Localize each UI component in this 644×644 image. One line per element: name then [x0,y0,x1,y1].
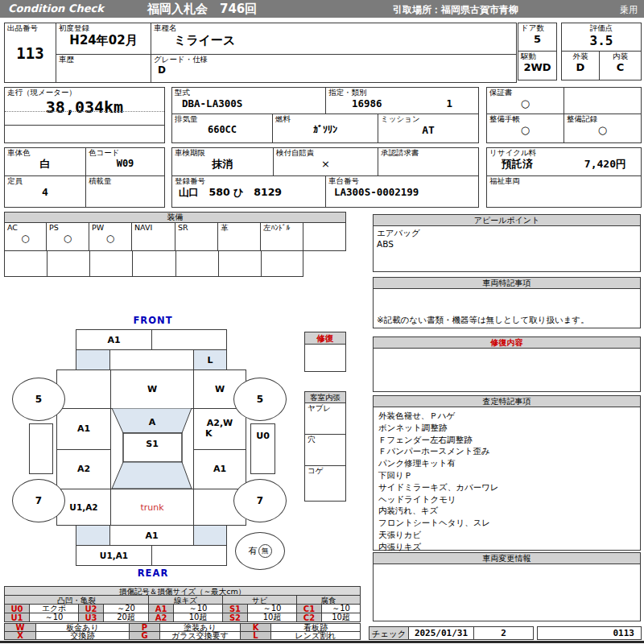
cabin-title: 客室内張 [304,391,346,403]
vehicle-notes-note: ※記載のない書類・機器等は無しとして取り扱います。 [377,315,589,326]
check-count: 2 [473,626,534,640]
rear-panel: A1 [109,525,194,546]
interior-grade-label: 内装 [600,52,641,61]
maintenance-record-mark: ○ [564,124,641,137]
equipment-label: PS [47,223,89,233]
pickup-location: 引取場所：福岡県古賀市青柳 [393,3,518,17]
assessment-line: ボンネット調整跡 [378,422,640,434]
model-name-label: 車種名 [151,23,516,33]
check-date: 2025/01/31 [408,626,474,640]
divider [5,111,164,112]
legend-mark-value: 交換跡 [35,631,130,640]
equipment-cell-lhd: 左ﾊﾝﾄﾞﾙ [260,222,303,251]
recycle-fee-cell: リサイクル料 預託済 7,420円 [486,147,642,176]
welfare-label: 福祉車両 [487,176,641,186]
equipment-label: 革 [218,223,260,233]
cabin-row-hole: 穴 [304,434,346,466]
rear-label: REAR [129,568,177,579]
divider [5,125,164,126]
change-info-title: 車両変更情報 [374,553,640,564]
cowl-left [76,349,110,370]
interior-grade-value: C [600,61,641,74]
legend-value: 10超 [321,613,361,622]
exterior-grade-label: 外装 [562,52,599,61]
recycle-amount: 7,420円 [584,158,626,171]
drive-cell: 駆動 2WD [518,51,557,80]
model-code-value: DBA-LA300S [172,97,325,109]
registration-number-cell: 登録番号 山口 580 ひ 8129 [171,175,326,208]
check-code: 0113 [537,626,642,640]
legend-code: U3 [78,613,104,622]
first-registration-label: 初度登録 [56,23,151,33]
assessment-line: 内張りキズ [378,541,640,553]
assessment-line: パンク修理キット有 [378,457,640,469]
legend-value: 20超 [103,613,149,622]
wheel-front-right: 5 [233,378,287,421]
equipment-row2 [4,250,303,277]
mileage-label: 走行（現メーター） [5,88,164,97]
mileage-cell: 走行（現メーター） 38,034km [4,87,165,143]
assessment-line: 内装汚れ、キズ [378,505,640,517]
assessment-line: サイドミラーキズ、カバーワレ [378,481,640,493]
body-color-label: 車体色 [5,148,85,158]
cabin-row-burn: コゲ [304,465,346,502]
cowl-center [109,349,194,370]
equipment-cell-extra [303,222,346,251]
wheel-rear-left: 7 [12,479,65,522]
score-value: 3.5 [562,33,641,48]
repair-detail-panel: 修復内容 [373,336,641,392]
warranty-cell: 保証書 ○ [486,87,564,114]
repair-flag-box [304,344,346,372]
appeal-line: ABS [377,239,637,249]
assessment-line: フロントシートヘタリ、スレ [378,517,640,529]
equipment-label: 左ﾊﾝﾄﾞﾙ [261,223,303,233]
legend-code: C2 [296,613,322,622]
fuel-label: 燃料 [273,114,378,124]
legend-mark-code: L [240,631,271,640]
door-front-left: A1 [57,408,110,449]
displacement-cell: 排気量 660CC [171,114,273,143]
legend-mark-value: ガラス交換要す [159,631,241,640]
lot-number-value: 113 [5,44,56,63]
fuel-cell: 燃料 ｶﾞｿﾘﾝ [272,114,378,143]
lot-number-cell: 出品番号 113 [4,23,56,83]
legend-mark-value: レンズ割れ [270,631,361,640]
assessment-line: 外装色褪せ、Ｐハゲ [378,410,640,422]
welfare-cell: 福祉車両 [486,175,642,208]
body-color-cell: 車体色 白 [4,147,86,176]
rear-corner-left [76,525,110,546]
windshield-mark: W [111,370,193,408]
fuel-value: ｶﾞｿﾘﾝ [273,124,378,135]
equipment-cell-pw: PW ○ [89,222,132,251]
score-cell: 評価点 3.5 [561,23,642,52]
drive-value: 2WD [518,61,556,74]
quarter-left: U1,A2 [57,489,110,526]
repair-detail-title: 修復内容 [374,337,640,349]
front-label: FRONT [129,315,177,326]
assessment-title: 査定特記事項 [374,396,640,407]
roof-center-mark: S1 [146,439,159,449]
color-code-label: 色コード [86,148,164,158]
type-class-cell: 指定・類別 16986 1 [325,87,479,114]
first-registration-value: H24年02月 [56,33,151,47]
inspection-value: 抹消 [172,158,273,171]
legend-value: ～10 [29,613,79,622]
class-number: 1 [446,97,452,109]
registration-number-label: 登録番号 [172,176,325,186]
legend-value: 10超 [247,613,297,622]
insurance-label: 検付自賠責 [274,148,378,158]
legend-mark-code: X [4,631,36,640]
fender-right-mark: A2,W [207,419,233,428]
assessment-line: 天張りカビ [378,529,640,541]
insurance-mark: × [274,158,378,171]
insurance-cell: 検付自賠責 × [273,147,378,176]
hood-row: A1 [76,329,227,350]
recycle-status: 預託済 [502,158,533,171]
assessment-line: Ｆバンパーホースメント歪み [378,445,640,457]
model-code-cell: 型式 DBA-LA300S [171,87,326,114]
type-class-label: 指定・類別 [326,88,478,97]
grade-label: グレード・仕様 [151,55,516,64]
equipment-cell-sr: SR [175,222,218,251]
equipment-cell-ac: AC ○ [4,222,47,251]
equipment-mark: ○ [47,233,89,244]
